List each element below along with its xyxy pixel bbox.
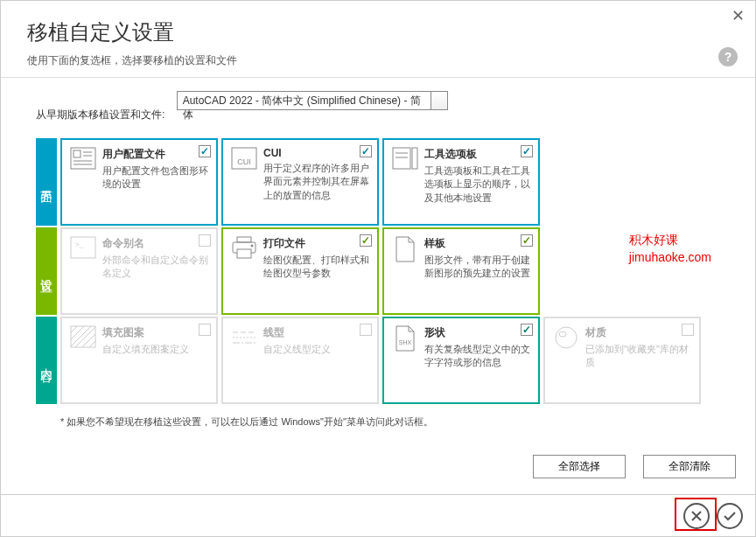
section-tab-green: 设置 <box>36 227 57 315</box>
clear-all-button[interactable]: 全部清除 <box>643 455 736 478</box>
card-body: 形状有关复杂线型定义中的文字字符或形的信息 <box>424 325 531 395</box>
card-title: 样板 <box>424 236 531 251</box>
source-label: 从早期版本移植设置和文件: <box>36 108 164 122</box>
template-icon <box>391 236 419 261</box>
card-body: 线型自定义线型定义 <box>263 325 370 395</box>
dialog-title: 移植自定义设置 <box>27 18 729 46</box>
source-version-select[interactable]: AutoCAD 2022 - 简体中文 (Simplified Chinese)… <box>177 91 448 110</box>
card-checkbox[interactable] <box>360 234 372 247</box>
option-card-cui[interactable]: CUICUI用于定义程序的许多用户界面元素并控制其在屏幕上的放置的信息 <box>221 138 379 226</box>
source-selected-text: AutoCAD 2022 - 简体中文 (Simplified Chinese)… <box>183 94 421 121</box>
card-checkbox <box>199 234 211 247</box>
svg-text:CUI: CUI <box>237 157 251 166</box>
card-desc: 自定义线型定义 <box>263 343 370 356</box>
svg-point-17 <box>251 245 254 248</box>
hatch-icon <box>69 325 97 350</box>
profile-icon <box>69 147 97 171</box>
card-desc: 已添加到"收藏夹"库的材质 <box>585 343 692 370</box>
help-button[interactable]: ? <box>718 47 738 66</box>
alias-icon: >_ <box>69 236 97 261</box>
bottom-bar <box>1 494 755 536</box>
dialog-subtitle: 使用下面的复选框，选择要移植的设置和文件 <box>27 53 729 68</box>
card-desc: 用户配置文件包含图形环境的设置 <box>102 164 209 192</box>
shx-icon: SHX <box>391 325 419 350</box>
card-title: 命令别名 <box>102 236 209 251</box>
option-card-profile[interactable]: 用户配置文件用户配置文件包含图形环境的设置 <box>60 138 218 226</box>
section-row: 内容填充图案自定义填充图案定义线型自定义线型定义SHX形状有关复杂线型定义中的文… <box>36 317 738 404</box>
svg-rect-18 <box>71 326 95 347</box>
section-tab-teal: 内容 <box>36 317 57 404</box>
card-title: 工具选项板 <box>424 147 531 162</box>
card-body: CUI用于定义程序的许多用户界面元素并控制其在屏幕上的放置的信息 <box>263 147 370 217</box>
card-body: 命令别名外部命令和自定义命令别名定义 <box>102 236 209 306</box>
svg-text:SHX: SHX <box>399 339 412 345</box>
card-checkbox[interactable] <box>521 145 533 157</box>
card-title: 线型 <box>263 325 370 340</box>
svg-rect-8 <box>393 148 410 169</box>
dialog-window: ✕ 移植自定义设置 使用下面的复选框，选择要移植的设置和文件 ? 从早期版本移植… <box>0 0 756 537</box>
card-title: 填充图案 <box>102 325 209 340</box>
card-desc: 用于定义程序的许多用户界面元素并控制其在屏幕上的放置的信息 <box>263 162 370 202</box>
card-checkbox[interactable] <box>360 145 372 157</box>
svg-rect-1 <box>74 150 80 157</box>
card-title: CUI <box>263 147 370 159</box>
option-card-shx[interactable]: SHX形状有关复杂线型定义中的文字字符或形的信息 <box>382 317 540 404</box>
card-desc: 外部命令和自定义命令别名定义 <box>102 254 209 281</box>
card-body: 材质已添加到"收藏夹"库的材质 <box>585 325 692 395</box>
card-checkbox[interactable] <box>199 145 211 157</box>
cards-container: 用户配置文件用户配置文件包含图形环境的设置CUICUI用于定义程序的许多用户界面… <box>57 138 738 226</box>
card-checkbox[interactable] <box>521 234 533 247</box>
card-body: 工具选项板工具选项板和工具在工具选项板上显示的顺序，以及其他本地设置 <box>424 147 531 217</box>
footer-note: * 如果您不希望现在移植这些设置，可以在以后通过 Windows"开始"菜单访问… <box>60 415 437 429</box>
svg-point-23 <box>556 327 577 348</box>
svg-rect-16 <box>237 249 251 258</box>
section-tab-blue: 界面 <box>36 138 57 226</box>
cui-icon: CUI <box>230 147 258 171</box>
svg-rect-0 <box>71 148 95 169</box>
svg-rect-14 <box>237 237 251 242</box>
card-checkbox <box>199 324 211 336</box>
cancel-button[interactable] <box>683 503 710 529</box>
select-all-button[interactable]: 全部选择 <box>533 455 626 478</box>
check-icon <box>723 510 737 522</box>
card-desc: 有关复杂线型定义中的文字字符或形的信息 <box>424 343 531 370</box>
sections: 界面用户配置文件用户配置文件包含图形环境的设置CUICUI用于定义程序的许多用户… <box>36 138 738 404</box>
svg-text:>_: >_ <box>75 241 84 248</box>
material-icon <box>552 325 580 350</box>
option-card-alias: >_命令别名外部命令和自定义命令别名定义 <box>60 227 218 315</box>
section-row: 界面用户配置文件用户配置文件包含图形环境的设置CUICUI用于定义程序的许多用户… <box>36 138 738 226</box>
linetype-icon <box>230 325 258 350</box>
x-icon <box>690 510 703 522</box>
source-row: 从早期版本移植设置和文件: AutoCAD 2022 - 简体中文 (Simpl… <box>36 91 738 122</box>
header: 移植自定义设置 使用下面的复选框，选择要移植的设置和文件 ? <box>1 1 755 78</box>
card-checkbox <box>682 324 694 336</box>
card-desc: 工具选项板和工具在工具选项板上显示的顺序，以及其他本地设置 <box>424 164 531 205</box>
card-body: 样板图形文件，带有用于创建新图形的预先建立的设置 <box>424 236 531 306</box>
card-desc: 绘图仪配置、打印样式和绘图仪型号参数 <box>263 254 370 281</box>
option-card-palette[interactable]: 工具选项板工具选项板和工具在工具选项板上显示的顺序，以及其他本地设置 <box>382 138 540 226</box>
card-desc: 自定义填充图案定义 <box>102 343 209 356</box>
option-card-hatch: 填充图案自定义填充图案定义 <box>60 317 218 404</box>
printer-icon <box>230 236 258 261</box>
ok-button[interactable] <box>717 503 743 529</box>
svg-point-24 <box>559 331 566 337</box>
option-card-material: 材质已添加到"收藏夹"库的材质 <box>543 317 701 404</box>
card-title: 用户配置文件 <box>102 147 209 162</box>
card-body: 打印文件绘图仪配置、打印样式和绘图仪型号参数 <box>263 236 370 306</box>
card-title: 打印文件 <box>263 236 370 251</box>
card-title: 材质 <box>585 325 692 340</box>
svg-rect-9 <box>412 148 417 169</box>
option-card-printer[interactable]: 打印文件绘图仪配置、打印样式和绘图仪型号参数 <box>221 227 379 315</box>
option-card-linetype: 线型自定义线型定义 <box>221 317 379 404</box>
palette-icon <box>391 147 419 171</box>
footer-buttons: 全部选择 全部清除 <box>533 455 736 478</box>
card-desc: 图形文件，带有用于创建新图形的预先建立的设置 <box>424 254 531 281</box>
card-body: 填充图案自定义填充图案定义 <box>102 325 209 395</box>
cards-container: 填充图案自定义填充图案定义线型自定义线型定义SHX形状有关复杂线型定义中的文字字… <box>57 317 738 404</box>
option-card-template[interactable]: 样板图形文件，带有用于创建新图形的预先建立的设置 <box>382 227 540 315</box>
card-body: 用户配置文件用户配置文件包含图形环境的设置 <box>102 147 209 217</box>
card-checkbox <box>360 324 372 336</box>
card-title: 形状 <box>424 325 531 340</box>
watermark: 积木好课 jimuhaoke.com <box>629 232 711 266</box>
card-checkbox[interactable] <box>521 324 533 336</box>
